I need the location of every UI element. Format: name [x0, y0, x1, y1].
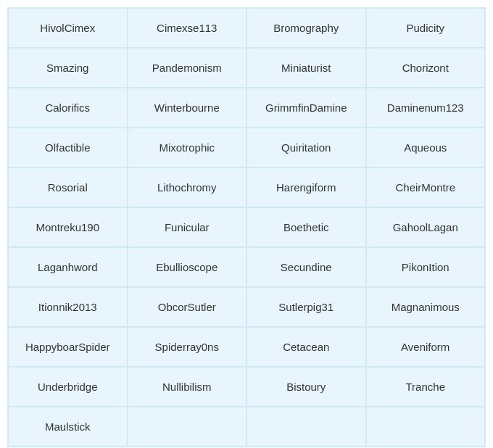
grid-cell: Nullibilism: [128, 367, 247, 407]
grid-cell: Funicular: [128, 207, 247, 247]
grid-cell: Itionnik2013: [8, 287, 128, 327]
grid-cell: Pandemonism: [128, 48, 247, 88]
grid-cell: Spiderray0ns: [128, 327, 247, 367]
grid-cell: Maulstick: [8, 407, 128, 447]
grid-cell: Boethetic: [246, 207, 366, 247]
grid-cell: [128, 407, 247, 447]
grid-cell: Underbridge: [8, 367, 128, 407]
grid-cell: Ebullioscope: [128, 247, 247, 287]
grid-cell: Chorizont: [366, 48, 486, 88]
grid-cell: Sutlerpig31: [246, 287, 366, 327]
grid-cell: Smazing: [8, 48, 128, 88]
grid-cell: [366, 407, 486, 447]
grid-cell: Bistoury: [246, 367, 366, 407]
grid-cell: Aqueous: [366, 128, 486, 167]
grid-cell: Cetacean: [246, 327, 366, 367]
grid-cell: GahoolLagan: [366, 207, 486, 247]
grid-cell: Olfactible: [8, 128, 128, 167]
grid-cell: Daminenum123: [366, 88, 486, 128]
grid-cell: [246, 407, 366, 447]
grid-cell: Miniaturist: [246, 48, 366, 88]
grid-cell: Tranche: [366, 367, 486, 407]
grid-cell: HivolCimex: [8, 8, 128, 48]
grid-cell: CheirMontre: [366, 167, 486, 207]
grid-cell: Montreku190: [8, 207, 128, 247]
grid-cell: Harengiform: [246, 167, 366, 207]
grid-cell: PikonItion: [366, 247, 486, 287]
grid-cell: Rosorial: [8, 167, 128, 207]
grid-cell: GrimmfinDamine: [246, 88, 366, 128]
grid-cell: ObcorSutler: [128, 287, 247, 327]
grid-cell: Laganhword: [8, 247, 128, 287]
grid-cell: Pudicity: [366, 8, 486, 48]
grid-cell: Mixotrophic: [128, 128, 247, 167]
grid-cell: Aveniform: [366, 327, 486, 367]
grid-cell: Bromography: [246, 8, 366, 48]
grid-cell: Calorifics: [8, 88, 128, 128]
grid-cell: Magnanimous: [366, 287, 486, 327]
grid-cell: Quiritation: [246, 128, 366, 167]
grid-cell: HappyboarSpider: [8, 327, 128, 367]
grid-cell: Winterbourne: [128, 88, 247, 128]
grid-cell: Cimexse113: [128, 8, 247, 48]
name-grid: HivolCimexCimexse113BromographyPudicityS…: [7, 7, 486, 447]
grid-cell: Lithochromy: [128, 167, 247, 207]
grid-cell: Secundine: [246, 247, 366, 287]
